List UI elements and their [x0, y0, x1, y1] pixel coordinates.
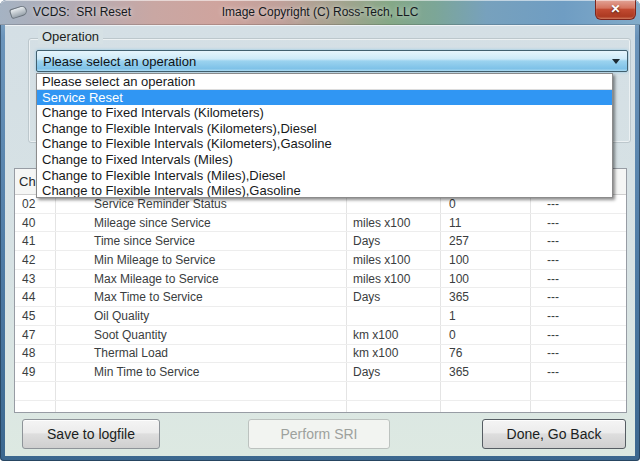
- save-to-logfile-button[interactable]: Save to logfile: [22, 419, 160, 449]
- cell-value: 0: [441, 326, 531, 344]
- operation-dropdown-list: Please select an operationService ResetC…: [36, 73, 613, 198]
- dropdown-item[interactable]: Service Reset: [37, 90, 612, 106]
- cell-extra: ---: [531, 288, 626, 306]
- cell-units: km x100: [347, 326, 441, 344]
- cell-units: Days: [347, 288, 441, 306]
- table-row: 47 Soot Quantity km x100 0 ---: [15, 326, 626, 345]
- table-row: 48 Thermal Load km x100 76 ---: [15, 345, 626, 364]
- dropdown-item[interactable]: Change to Flexible Intervals (Kilometers…: [37, 136, 612, 152]
- cell-description: Soot Quantity: [56, 326, 347, 344]
- cell-description: Min Time to Service: [56, 363, 347, 381]
- operation-combobox[interactable]: Please select an operation: [36, 50, 628, 72]
- cell-extra: ---: [531, 214, 626, 232]
- cell-channel: 40: [15, 214, 56, 232]
- table-row: 42 Min Mileage to Service miles x100 100…: [15, 251, 626, 270]
- cell-description: Time since Service: [56, 232, 347, 250]
- cell-value: 11: [441, 214, 531, 232]
- cell-extra: ---: [531, 345, 626, 363]
- cell-extra: ---: [531, 270, 626, 288]
- vcds-window: Image Copyright (C) Ross-Tech, LLC VCDS:…: [0, 0, 640, 461]
- dropdown-item[interactable]: Change to Fixed Intervals (Kilometers): [37, 105, 612, 121]
- done-go-back-button[interactable]: Done, Go Back: [482, 419, 626, 449]
- cell-description: Mileage since Service: [56, 214, 347, 232]
- channel-table: Ch 02 Service Reminder Status 0 --- 40 M…: [14, 168, 627, 413]
- cell-units: miles x100: [347, 270, 441, 288]
- cell-channel: 41: [15, 232, 56, 250]
- cell-value: 1: [441, 307, 531, 325]
- table-row: 44 Max Time to Service Days 365 ---: [15, 288, 626, 307]
- table-row: 40 Mileage since Service miles x100 11 -…: [15, 214, 626, 233]
- cell-value: 100: [441, 251, 531, 269]
- cell-description: Min Mileage to Service: [56, 251, 347, 269]
- window-title: VCDS: SRI Reset: [33, 5, 131, 19]
- cell-description: Thermal Load: [56, 345, 347, 363]
- perform-sri-button: Perform SRI: [248, 419, 390, 449]
- cell-channel: 49: [15, 363, 56, 381]
- client-area: Operation Please select an operation Ch …: [5, 25, 635, 456]
- table-row-empty: [15, 382, 626, 401]
- cell-channel: 45: [15, 307, 56, 325]
- cell-channel: 48: [15, 345, 56, 363]
- cell-channel: 43: [15, 270, 56, 288]
- cell-channel: 47: [15, 326, 56, 344]
- cell-channel: 42: [15, 251, 56, 269]
- cell-extra: ---: [531, 251, 626, 269]
- cell-description: Max Mileage to Service: [56, 270, 347, 288]
- dropdown-item[interactable]: Please select an operation: [37, 74, 612, 90]
- cell-extra: ---: [531, 232, 626, 250]
- cell-value: 257: [441, 232, 531, 250]
- cell-value: 76: [441, 345, 531, 363]
- cell-channel: 44: [15, 288, 56, 306]
- cell-units: km x100: [347, 345, 441, 363]
- cell-units: miles x100: [347, 214, 441, 232]
- close-button[interactable]: ✕: [595, 0, 636, 20]
- table-row: 41 Time since Service Days 257 ---: [15, 232, 626, 251]
- operation-group-label: Operation: [38, 29, 103, 44]
- table-row: 45 Oil Quality 1 ---: [15, 307, 626, 326]
- cell-value: 365: [441, 288, 531, 306]
- chevron-down-icon: [612, 59, 620, 64]
- dropdown-item[interactable]: Change to Fixed Intervals (Miles): [37, 152, 612, 168]
- table-row-empty: [15, 401, 626, 413]
- cell-units: [347, 307, 441, 325]
- cell-extra: ---: [531, 363, 626, 381]
- cell-units: Days: [347, 363, 441, 381]
- table-body: 02 Service Reminder Status 0 --- 40 Mile…: [15, 195, 626, 413]
- cell-value: 100: [441, 270, 531, 288]
- cell-extra: ---: [531, 307, 626, 325]
- combobox-value: Please select an operation: [43, 54, 196, 69]
- cell-units: Days: [347, 232, 441, 250]
- dropdown-item[interactable]: Change to Flexible Intervals (Kilometers…: [37, 121, 612, 137]
- dropdown-item[interactable]: Change to Flexible Intervals (Miles),Gas…: [37, 183, 612, 198]
- cell-description: Max Time to Service: [56, 288, 347, 306]
- title-bar[interactable]: Image Copyright (C) Ross-Tech, LLC VCDS:…: [0, 0, 640, 25]
- header-channel: Ch: [15, 174, 36, 189]
- cell-description: Oil Quality: [56, 307, 347, 325]
- cell-value: 365: [441, 363, 531, 381]
- cell-units: miles x100: [347, 251, 441, 269]
- cell-extra: ---: [531, 326, 626, 344]
- table-row: 49 Min Time to Service Days 365 ---: [15, 363, 626, 382]
- dropdown-item[interactable]: Change to Flexible Intervals (Miles),Die…: [37, 168, 612, 184]
- table-row: 43 Max Mileage to Service miles x100 100…: [15, 270, 626, 289]
